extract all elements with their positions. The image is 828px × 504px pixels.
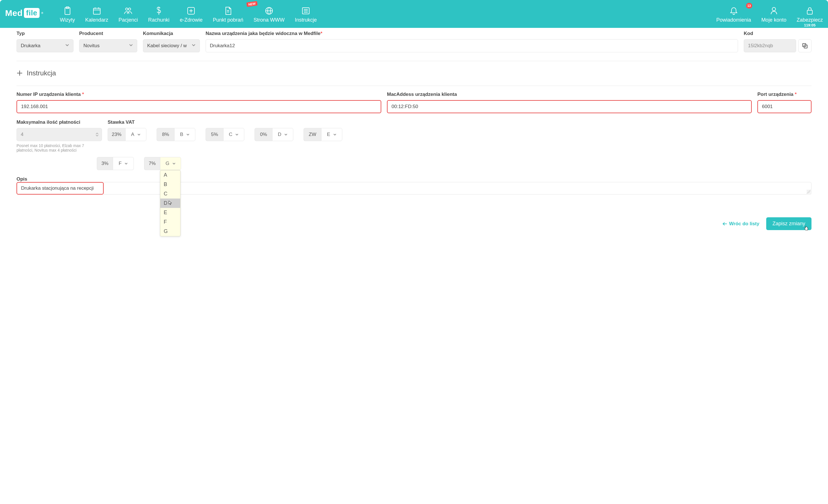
vat-option-d[interactable]: D — [160, 198, 180, 208]
port-input[interactable]: 6001 — [757, 100, 812, 113]
mac-label: MacAddess urządzenia klienta — [387, 92, 752, 97]
stawka-vat-label: Stawka VAT — [108, 120, 812, 125]
save-button[interactable]: Zapisz zmiany — [766, 217, 812, 230]
svg-rect-21 — [807, 10, 812, 14]
number-spinner[interactable] — [96, 133, 98, 137]
nav-punkt-pobran[interactable]: Punkt pobrań — [208, 2, 248, 23]
vat-cell-e[interactable]: ZW E — [303, 128, 342, 141]
vat-cell-b[interactable]: 8% B — [157, 128, 195, 141]
vat-option-a[interactable]: A — [160, 170, 180, 180]
dollar-icon — [157, 6, 161, 16]
instrukcja-section[interactable]: Instrukcja — [16, 69, 812, 77]
typ-label: Typ — [16, 31, 74, 36]
chevron-down-icon — [333, 133, 337, 136]
calendar-icon — [93, 6, 101, 16]
chevron-down-icon — [137, 133, 141, 136]
chevron-up-icon — [96, 133, 98, 135]
user-icon — [771, 6, 777, 16]
chevron-down-icon — [65, 43, 69, 49]
vat-option-c[interactable]: C — [160, 189, 180, 198]
chevron-down-icon — [186, 133, 190, 136]
nav-powiadomienia[interactable]: 13 Powiadomienia — [711, 2, 756, 23]
vat-cell-a[interactable]: 23% A — [108, 128, 147, 141]
clipboard-icon — [64, 6, 71, 16]
opis-label: Opis — [16, 176, 27, 182]
vat-cell-g[interactable]: 7% G A B C D E F G — [144, 157, 181, 170]
cursor-hand-icon — [804, 226, 809, 231]
typ-select[interactable]: Drukarka — [16, 39, 74, 52]
arrow-left-icon — [722, 222, 728, 226]
chevron-down-icon — [124, 162, 128, 165]
kod-input: 15l2kb2nqb — [744, 39, 796, 52]
nav-ezdrowie[interactable]: e-Zdrowie — [174, 2, 208, 23]
resize-handle[interactable] — [806, 190, 811, 194]
ip-input[interactable]: 192.168.001 — [16, 100, 381, 113]
nav-strona-www[interactable]: NEW Strona WWW — [248, 2, 290, 23]
nav-pacjenci[interactable]: Pacjenci — [113, 2, 143, 23]
nav-moje-konto[interactable]: Moje konto — [756, 2, 792, 23]
plus-icon — [16, 70, 23, 76]
nav-rachunki[interactable]: Rachunki — [143, 2, 174, 23]
vat-option-g[interactable]: G — [160, 227, 180, 236]
nazwa-label: Nazwa urządzenia jaka będzie widoczna w … — [206, 31, 738, 36]
vat-option-e[interactable]: E — [160, 208, 180, 217]
svg-point-6 — [126, 8, 128, 10]
notification-count: 13 — [746, 3, 752, 8]
nazwa-input[interactable]: Drukarka12 — [206, 39, 738, 52]
logo[interactable]: Medfile® — [5, 8, 43, 18]
people-icon — [124, 6, 132, 16]
vat-cell-d[interactable]: 0% D — [255, 128, 293, 141]
copy-icon — [802, 43, 808, 49]
svg-point-20 — [772, 7, 776, 11]
nav-instrukcje[interactable]: Instrukcje — [290, 2, 322, 23]
producent-select[interactable]: Novitus — [79, 39, 137, 52]
bell-icon — [730, 6, 738, 16]
chevron-down-icon — [172, 162, 176, 165]
chevron-down-icon — [235, 133, 239, 136]
health-plus-icon — [187, 6, 195, 16]
document-icon — [225, 6, 232, 16]
vat-cell-f[interactable]: 3% F — [97, 157, 134, 170]
back-to-list-link[interactable]: Wróc do listy — [722, 221, 759, 227]
max-platnosci-input[interactable]: 4 — [16, 128, 102, 141]
komunikacja-label: Komunikacja — [143, 31, 200, 36]
book-icon — [302, 6, 310, 16]
svg-point-7 — [128, 8, 131, 10]
max-platnosci-label: Maksymalna ilość płatności — [16, 120, 102, 125]
opis-textarea[interactable] — [104, 182, 812, 194]
cursor-icon — [168, 200, 173, 205]
vat-cell-c[interactable]: 5% C — [206, 128, 244, 141]
opis-textarea-highlighted[interactable]: Drukarka stacjonująca na recepcji — [16, 182, 104, 194]
ip-label: Numer IP urządzenia klienta * — [16, 92, 381, 97]
nav-wizyty[interactable]: Wizyty — [55, 2, 80, 23]
new-badge: NEW — [247, 1, 258, 7]
lock-icon — [806, 6, 813, 16]
kod-label: Kod — [744, 31, 812, 36]
top-nav: Medfile® Wizyty Kalendarz Pacjenci Rachu… — [0, 0, 828, 28]
nav-kalendarz[interactable]: Kalendarz — [80, 2, 113, 23]
nav-zabezpiecz[interactable]: Zabezpiecz 119:05 — [792, 2, 828, 27]
copy-button[interactable] — [798, 39, 812, 52]
port-label: Port urządzenia * — [757, 92, 812, 97]
komunikacja-select[interactable]: Kabel sieciowy / w — [143, 39, 200, 52]
vat-option-f[interactable]: F — [160, 217, 180, 227]
chevron-down-icon — [284, 133, 288, 136]
chevron-down-icon — [192, 43, 196, 49]
producent-label: Producent — [79, 31, 137, 36]
chevron-down-icon — [129, 43, 133, 49]
globe-icon — [265, 6, 273, 16]
mac-input[interactable]: 00:12:FD:50 — [387, 100, 752, 113]
vat-option-b[interactable]: B — [160, 180, 180, 189]
max-platnosci-help: Posnet max 10 płatności, Elzab max 7 pła… — [16, 143, 102, 152]
chevron-down-icon — [96, 135, 98, 137]
vat-letter-dropdown[interactable]: A B C D E F G — [160, 170, 180, 236]
svg-rect-2 — [93, 8, 100, 14]
